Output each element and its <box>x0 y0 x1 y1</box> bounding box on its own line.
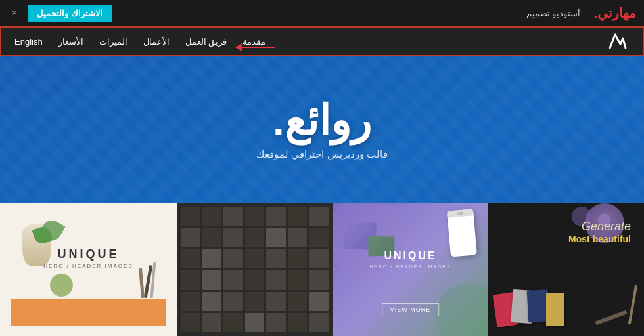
gallery-1-sub-text: HERO / HEADER IMAGES <box>43 263 133 269</box>
grid-cell <box>288 313 308 332</box>
grid-cell <box>266 313 286 332</box>
nav-item-prices[interactable]: الأسعار <box>58 37 83 47</box>
grid-cell <box>288 228 308 247</box>
grid-cell <box>181 207 200 226</box>
nav-logo <box>606 30 630 53</box>
grid-cell <box>202 249 222 268</box>
grid-cell <box>309 207 329 226</box>
grid-cell <box>266 207 286 226</box>
grid-cell <box>181 270 200 289</box>
gallery-4-content: Generate Most beautiful <box>488 203 644 336</box>
gallery-1-unique-text: UNIQUE <box>57 247 119 261</box>
grid-cell <box>202 228 222 247</box>
nav-item-intro[interactable]: مقدمة <box>242 37 265 47</box>
grid-cell <box>245 228 265 247</box>
gallery-section: UNIQUE HERO / HEADER IMAGES <box>0 203 644 336</box>
gallery-3-content: UNIQUE HERO / HEADER IMAGES VIEW MORE <box>333 203 488 336</box>
grid-cell <box>202 207 222 226</box>
grid-cell <box>181 249 200 268</box>
nav-bar: مقدمة فريق العمل الأعمال الميزات الأسعار… <box>0 26 644 56</box>
brand-logo: مهارتي. <box>593 5 636 21</box>
hero-title: روائع. <box>256 100 388 142</box>
grid-cell <box>266 249 286 268</box>
grid-cell <box>266 270 286 289</box>
grid-cell <box>288 207 308 226</box>
grid-cell <box>223 207 243 226</box>
grid-cell <box>223 292 243 311</box>
nav-item-team[interactable]: فريق العمل <box>185 37 227 47</box>
grid-cell <box>309 270 329 289</box>
close-button[interactable]: × <box>8 7 21 20</box>
grid-cell <box>245 313 265 332</box>
ruler-decoration <box>595 310 627 326</box>
nav-item-english[interactable]: English <box>14 37 43 47</box>
grid-cell <box>223 313 243 332</box>
phone-mockup <box>447 209 477 257</box>
grid-cell <box>223 270 243 289</box>
hero-subtitle: قالب وردبريس احترافي لموقعك <box>256 148 388 160</box>
subscribe-button[interactable]: الاشتراك والتحميل <box>28 5 112 22</box>
gallery-item-1: UNIQUE HERO / HEADER IMAGES <box>0 203 177 336</box>
gallery-3-sub-text: HERO / HEADER IMAGES <box>369 264 451 269</box>
grid-cell <box>202 292 222 311</box>
grid-cell <box>245 292 265 311</box>
grid-cell <box>288 292 308 311</box>
top-bar-left: × الاشتراك والتحميل <box>8 5 112 22</box>
phone-speaker <box>457 212 463 215</box>
bg-circle-2 <box>436 284 488 336</box>
grid-cell <box>245 207 265 226</box>
grid-cell <box>181 228 200 247</box>
grid-cell <box>309 313 329 332</box>
top-bar-right: أستوديو تصميم مهارتي. <box>526 5 636 21</box>
grid-cell <box>309 292 329 311</box>
grid-cell <box>309 249 329 268</box>
most-beautiful-text: Most beautiful <box>568 234 631 244</box>
nav-logo-icon <box>606 30 630 53</box>
top-bar: × الاشتراك والتحميل أستوديو تصميم مهارتي… <box>0 0 644 26</box>
hero-content: روائع. قالب وردبريس احترافي لموقعك <box>256 100 388 160</box>
nav-items: مقدمة فريق العمل الأعمال الميزات الأسعار… <box>14 37 265 47</box>
view-more-button[interactable]: VIEW MORE <box>382 303 440 316</box>
grid-cell <box>266 292 286 311</box>
gallery-item-3: UNIQUE HERO / HEADER IMAGES VIEW MORE <box>333 203 488 336</box>
grid-cell <box>202 270 222 289</box>
hero-section: روائع. قالب وردبريس احترافي لموقعك <box>0 56 644 203</box>
plant-decoration <box>47 271 76 299</box>
gallery-4-title: Generate Most beautiful <box>568 220 631 244</box>
gallery-1-content: UNIQUE HERO / HEADER IMAGES <box>11 214 166 326</box>
nav-item-features[interactable]: الميزات <box>99 37 127 47</box>
grid-cell <box>245 249 265 268</box>
studio-link[interactable]: أستوديو تصميم <box>526 9 581 18</box>
grid-cell <box>202 313 222 332</box>
grid-cell <box>309 228 329 247</box>
gallery-item-4: Generate Most beautiful <box>488 203 644 336</box>
gallery-2-grid <box>177 203 333 336</box>
notebook-4 <box>546 293 564 326</box>
grid-cell <box>288 270 308 289</box>
grid-cell <box>245 270 265 289</box>
pen-decoration <box>628 285 637 324</box>
nav-item-works[interactable]: الأعمال <box>143 37 170 47</box>
grid-cell <box>288 249 308 268</box>
grid-cell <box>266 228 286 247</box>
grid-cell <box>181 313 200 332</box>
grid-cell <box>223 249 243 268</box>
grid-cell <box>181 292 200 311</box>
gallery-item-2 <box>177 203 333 336</box>
gallery-3-unique-text: UNIQUE <box>384 250 436 262</box>
pencil-decoration-2 <box>139 268 145 298</box>
grid-cell <box>223 228 243 247</box>
gallery-1-orange-bar <box>11 299 166 326</box>
generate-text: Generate <box>568 220 631 234</box>
phone-top <box>447 209 474 217</box>
